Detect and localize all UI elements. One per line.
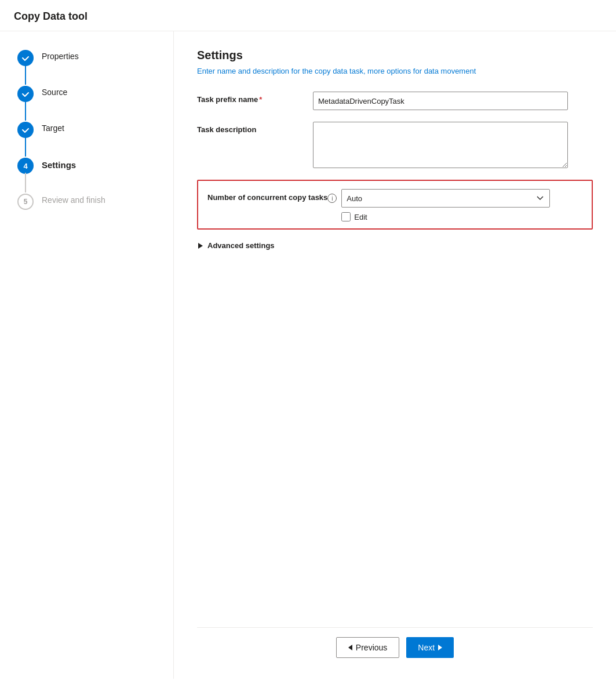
app-title: Copy Data tool <box>14 10 88 22</box>
step-circle-3 <box>17 122 34 138</box>
step-label-target: Target <box>42 121 64 134</box>
step-circle-5: 5 <box>17 194 34 210</box>
page-header: Copy Data tool <box>0 0 616 31</box>
task-description-row: Task description <box>197 122 593 168</box>
edit-row: Edit <box>341 212 582 221</box>
step-connector-1 <box>25 65 26 85</box>
step-label-source: Source <box>42 85 67 99</box>
step-circle-2 <box>17 86 34 102</box>
concurrent-row: Number of concurrent copy tasks i Auto 1… <box>207 189 582 221</box>
task-prefix-label: Task prefix name* <box>197 92 313 104</box>
edit-checkbox[interactable] <box>341 212 351 221</box>
step-connector-2 <box>25 101 26 121</box>
dropdown-row: i Auto 1 2 4 8 16 <box>327 189 582 208</box>
task-description-input[interactable] <box>313 122 568 168</box>
checkmark-icon-1 <box>21 54 30 62</box>
previous-button[interactable]: Previous <box>336 637 399 658</box>
step-connector-3 <box>25 137 26 157</box>
main-layout: Properties Source Target <box>0 31 616 679</box>
concurrent-section: Number of concurrent copy tasks i Auto 1… <box>197 180 593 230</box>
footer: Previous Next <box>197 627 593 667</box>
section-subtitle: Enter name and description for the copy … <box>197 67 593 75</box>
section-title: Settings <box>197 49 593 62</box>
edit-label[interactable]: Edit <box>354 213 367 221</box>
concurrent-controls: i Auto 1 2 4 8 16 E <box>327 189 582 221</box>
advanced-settings-row[interactable]: Advanced settings <box>197 241 593 250</box>
sidebar-item-target[interactable]: Target <box>17 121 162 157</box>
checkmark-icon-3 <box>21 126 30 134</box>
chevron-right-icon <box>438 645 442 650</box>
sidebar: Properties Source Target <box>0 31 174 679</box>
advanced-settings-label: Advanced settings <box>207 241 275 250</box>
checkmark-icon-2 <box>21 90 30 98</box>
sidebar-item-properties[interactable]: Properties <box>17 49 162 85</box>
task-description-label: Task description <box>197 122 313 134</box>
sidebar-item-source[interactable]: Source <box>17 85 162 121</box>
task-prefix-row: Task prefix name* <box>197 92 593 110</box>
step-label-properties: Properties <box>42 49 79 63</box>
step-label-review: Review and finish <box>42 192 105 206</box>
step-circle-1 <box>17 50 34 66</box>
concurrent-dropdown[interactable]: Auto 1 2 4 8 16 <box>341 189 550 208</box>
required-star: * <box>259 95 262 104</box>
step-connector-4 <box>25 173 26 192</box>
sidebar-item-review[interactable]: 5 Review and finish <box>17 192 162 210</box>
step-label-settings: Settings <box>42 157 76 171</box>
chevron-right-icon <box>198 243 203 249</box>
info-icon: i <box>327 194 337 203</box>
content-area: Settings Enter name and description for … <box>174 31 616 679</box>
task-prefix-input[interactable] <box>313 92 568 110</box>
concurrent-label: Number of concurrent copy tasks <box>207 189 327 203</box>
chevron-left-icon <box>348 645 352 650</box>
next-button[interactable]: Next <box>406 637 454 658</box>
sidebar-item-settings[interactable]: 4 Settings <box>17 157 162 192</box>
content-inner: Settings Enter name and description for … <box>197 49 593 627</box>
step-circle-4: 4 <box>17 158 34 174</box>
